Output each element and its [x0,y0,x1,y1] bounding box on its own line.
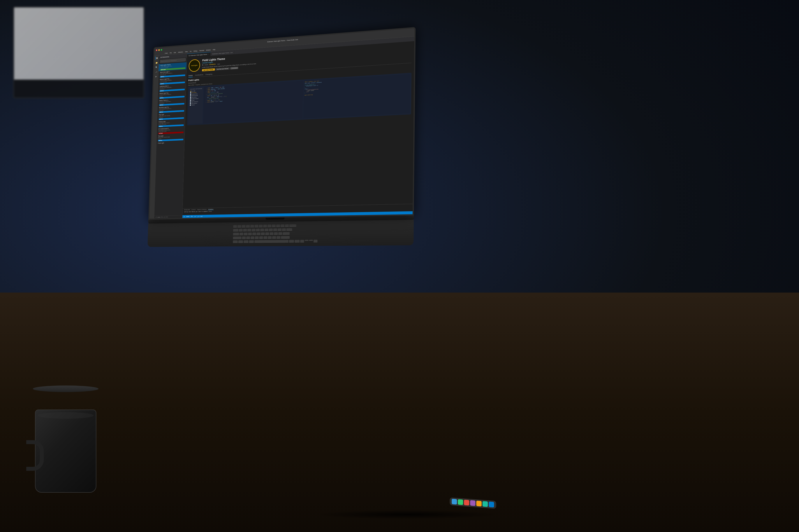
menu-window[interactable]: Window [206,49,211,51]
key[interactable] [270,232,273,235]
key[interactable] [285,224,289,228]
key[interactable] [257,232,260,236]
tab-changelog[interactable]: Changelog [205,73,212,76]
key-ctrl[interactable] [238,240,243,244]
tab-problems[interactable]: PROBLEMS [184,209,190,211]
key-up[interactable] [305,240,309,241]
key[interactable] [242,225,246,228]
key-tab[interactable] [233,229,238,232]
key[interactable] [259,225,262,228]
menu-view[interactable]: View [185,51,187,53]
key[interactable] [255,236,258,240]
key[interactable] [268,236,272,240]
key[interactable] [233,225,237,228]
key-shift-left[interactable] [233,236,241,240]
key[interactable] [273,228,277,232]
key[interactable] [272,225,276,228]
key[interactable] [282,228,286,231]
traffic-light-minimize[interactable] [158,49,160,51]
key-option[interactable] [244,240,249,244]
key[interactable] [239,233,243,236]
menu-help[interactable]: Help [213,49,215,50]
key[interactable] [247,229,251,232]
key[interactable] [276,236,280,240]
activity-git[interactable]: ⎇ [155,70,158,74]
key[interactable] [259,236,263,240]
key[interactable] [264,236,268,240]
key-enter[interactable] [283,232,290,235]
key-right[interactable] [313,240,317,243]
key[interactable] [243,229,247,232]
key[interactable] [251,236,254,240]
menu-edit[interactable]: Edit [174,52,176,53]
menu-file[interactable]: File [170,52,171,54]
key[interactable] [278,232,282,235]
dock-icon-app4[interactable] [470,500,475,506]
traffic-light-maximize[interactable] [161,49,162,51]
activity-search[interactable]: 🔍 [155,65,158,69]
tab-contributions[interactable]: Contributions [195,73,203,77]
key-cmd-left[interactable] [249,240,254,244]
key[interactable] [260,228,264,232]
key[interactable] [252,229,255,232]
key[interactable] [255,225,258,228]
key[interactable] [248,232,252,236]
set-file-icon-theme-button[interactable]: Set File Icon Theme [215,67,230,71]
menu-debug[interactable]: Debug [194,50,197,52]
key[interactable] [265,228,269,232]
key[interactable] [252,232,256,236]
key[interactable] [280,224,285,228]
menu-terminal[interactable]: Terminal [199,50,204,51]
key-caps[interactable] [233,233,239,236]
key-option-right[interactable] [295,240,300,243]
key-space[interactable] [254,240,289,243]
key[interactable] [272,236,276,240]
dock-icon-vscode[interactable] [489,501,494,508]
laptop: Extension: Field Lights Theme — Visual S… [140,0,799,532]
key[interactable] [261,232,265,236]
key-fn[interactable] [233,240,238,244]
key[interactable] [237,225,241,228]
menu-selection[interactable]: Selection [178,51,183,53]
key-shift-right[interactable] [281,236,290,239]
key[interactable] [265,232,269,236]
tab-debug-console[interactable]: DEBUG CONSOLE [197,209,207,210]
key-down[interactable] [309,240,313,241]
menu-code[interactable]: Code [165,53,168,54]
menu-go[interactable]: Go [190,51,192,52]
tab-close-button[interactable]: × [208,53,208,55]
key[interactable] [246,225,250,228]
key[interactable] [269,228,273,232]
key[interactable] [276,225,280,228]
traffic-light-close[interactable] [156,50,157,51]
activity-extensions[interactable]: ⊞ [155,56,159,60]
tab-label: Extension: Field Lights Theme [190,54,207,56]
uninstall-button[interactable]: Uninstall [230,67,238,69]
key[interactable] [239,229,242,232]
dock-icon-app5[interactable] [476,500,482,507]
dock-icon-app3[interactable] [464,500,469,506]
key-left[interactable] [300,240,304,243]
key[interactable] [268,225,271,228]
tab-details[interactable]: Details [188,74,193,77]
key[interactable] [242,236,246,240]
tab-terminal[interactable]: TERMINAL [208,209,214,210]
tab-output[interactable]: OUTPUT [191,209,196,211]
extension-list: Field Lights Theme A dark Visual Studio … [154,62,186,215]
dock-icon-app2[interactable] [458,499,463,505]
key-backspace[interactable] [289,224,296,228]
key[interactable] [250,225,254,228]
activity-debug[interactable]: ▶ [155,75,158,78]
key[interactable] [277,228,282,231]
key[interactable] [244,233,248,236]
key[interactable] [274,232,278,235]
key-cmd-right[interactable] [289,240,294,243]
key[interactable] [263,225,267,228]
dock-icon-app6[interactable] [483,501,488,507]
key[interactable] [246,236,250,240]
set-color-theme-button[interactable]: Set Color Theme [202,69,215,72]
activity-explorer[interactable]: 📁 [155,61,158,64]
key-enter-top[interactable] [286,228,292,231]
key[interactable] [256,229,260,232]
dock-icon-finder[interactable] [452,499,457,505]
